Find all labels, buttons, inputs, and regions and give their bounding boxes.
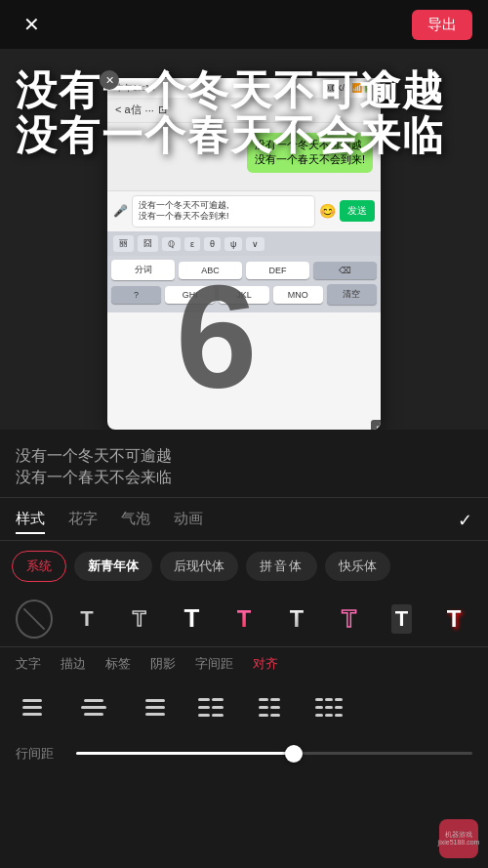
key-mno[interactable]: MNO — [273, 286, 323, 304]
svg-rect-3 — [84, 699, 103, 702]
keyboard-toolbar-item-6[interactable]: ψ — [224, 237, 242, 251]
align-left-close[interactable] — [16, 690, 55, 725]
voice-button[interactable]: 🎤 — [113, 204, 128, 218]
prop-tab-align[interactable]: 对齐 — [253, 655, 278, 673]
svg-rect-14 — [212, 714, 224, 717]
svg-rect-16 — [270, 698, 280, 701]
tab-qipao[interactable]: 气泡 — [121, 510, 150, 532]
svg-rect-13 — [198, 714, 210, 717]
spacing-slider-fill — [76, 752, 294, 755]
keyboard-toolbar: 丽 囧 ℚ ε θ ψ ∨ — [107, 231, 381, 256]
svg-rect-17 — [259, 706, 268, 709]
svg-rect-11 — [198, 706, 210, 709]
key-question[interactable]: ? — [111, 286, 161, 304]
align-lines-spaced-1[interactable] — [191, 690, 230, 725]
close-button[interactable]: ✕ — [16, 9, 47, 40]
key-backspace[interactable]: ⌫ — [313, 262, 377, 279]
svg-rect-29 — [335, 714, 343, 717]
svg-rect-28 — [325, 714, 333, 717]
tab-style[interactable]: 样式 — [16, 510, 45, 532]
style-gradient-pink[interactable]: T — [225, 599, 263, 639]
svg-rect-0 — [22, 699, 42, 702]
svg-rect-20 — [270, 714, 280, 717]
keyboard-toolbar-item-2[interactable]: 囧 — [138, 235, 158, 252]
font-btn-system[interactable]: 系统 — [12, 551, 66, 582]
style-outline[interactable]: T — [121, 599, 158, 639]
svg-rect-2 — [22, 713, 42, 716]
text-style-row: T T T T T T T T — [0, 592, 488, 646]
keyboard-toolbar-item-4[interactable]: ε — [184, 237, 200, 251]
svg-rect-21 — [315, 698, 323, 701]
prop-tab-text[interactable]: 文字 — [16, 655, 41, 673]
svg-rect-26 — [335, 706, 343, 709]
svg-rect-5 — [84, 713, 103, 716]
svg-rect-23 — [335, 698, 343, 701]
prop-tab-stroke[interactable]: 描边 — [61, 655, 86, 673]
font-btn-py[interactable]: 拼音体 — [246, 552, 317, 581]
style-outline-pink[interactable]: T — [331, 599, 368, 639]
align-lines-spaced-3[interactable] — [308, 690, 347, 725]
wechat-send-button[interactable]: 发送 — [340, 200, 375, 222]
watermark: 机器游戏 jixie5188.com — [439, 819, 478, 858]
align-right-close[interactable] — [133, 690, 172, 725]
svg-rect-7 — [145, 706, 165, 709]
resize-handle[interactable]: ⊡ — [371, 420, 381, 430]
svg-rect-25 — [325, 706, 333, 709]
bottom-panel: 没有一个冬天不可逾越 没有一个春天不会来临 样式 花字 气泡 动画 ✓ 系统 新… — [0, 430, 488, 868]
spacing-slider[interactable] — [76, 752, 472, 755]
keyboard-toolbar-item-1[interactable]: 丽 — [113, 235, 134, 252]
font-style-row: 系统 新青年体 后现代体 拼音体 快乐体 — [0, 541, 488, 592]
phone-area: ✕ 中午12:14 0.0K/s 📶🔋 < a信 ··· ⊡ 没有一个冬天不可逾… — [0, 49, 488, 430]
prop-tab-shadow[interactable]: 阴影 — [150, 655, 176, 673]
key-clear[interactable]: 清空 — [327, 284, 377, 305]
align-lines-spaced-2[interactable] — [250, 690, 289, 725]
svg-rect-12 — [212, 706, 224, 709]
svg-rect-22 — [325, 698, 333, 701]
tab-confirm[interactable]: ✓ — [458, 510, 472, 531]
large-text-display: 没有一个冬天不可逾越 没有一个春天不会来临 — [16, 68, 445, 158]
svg-rect-9 — [198, 698, 210, 701]
watermark-logo: 机器游戏 jixie5188.com — [439, 819, 478, 858]
svg-rect-8 — [145, 713, 165, 716]
svg-rect-18 — [270, 706, 280, 709]
style-none[interactable] — [16, 599, 53, 639]
alignment-row — [0, 681, 488, 735]
style-shadow[interactable]: T — [435, 599, 472, 639]
prop-tab-letter-spacing[interactable]: 字间距 — [195, 655, 233, 673]
svg-rect-15 — [259, 698, 268, 701]
tab-row: 样式 花字 气泡 动画 ✓ — [0, 498, 488, 541]
export-button[interactable]: 导出 — [412, 10, 472, 40]
keyboard-toolbar-item-arrow[interactable]: ∨ — [246, 237, 264, 251]
svg-rect-10 — [212, 698, 224, 701]
keyboard-toolbar-item-3[interactable]: ℚ — [162, 237, 181, 251]
tab-animation[interactable]: 动画 — [174, 510, 203, 532]
style-bold[interactable]: T — [173, 599, 210, 639]
tab-huazi[interactable]: 花字 — [68, 510, 98, 532]
prop-tab-tag[interactable]: 标签 — [105, 655, 131, 673]
preview-text-area: 没有一个冬天不可逾越 没有一个春天不会来临 — [0, 430, 488, 498]
font-btn-hxd[interactable]: 后现代体 — [160, 552, 238, 581]
property-tabs: 文字 描边 标签 阴影 字间距 对齐 — [0, 646, 488, 681]
font-btn-kl[interactable]: 快乐体 — [325, 552, 390, 581]
font-btn-xqn[interactable]: 新青年体 — [74, 552, 152, 581]
align-center-close[interactable] — [74, 690, 113, 725]
style-plain[interactable]: T — [68, 599, 105, 639]
svg-rect-6 — [145, 699, 165, 702]
large-number: 6 — [176, 264, 257, 410]
spacing-slider-thumb[interactable] — [285, 745, 303, 763]
style-bold-white[interactable]: T — [383, 599, 420, 639]
phone-close-button[interactable]: ✕ — [100, 70, 119, 90]
wechat-input-box[interactable]: 没有一个冬天不可逾越, 没有一个春天不会到来! — [132, 195, 315, 227]
wechat-input-row: 🎤 没有一个冬天不可逾越, 没有一个春天不会到来! 😊 发送 — [107, 191, 381, 231]
key-fenchi[interactable]: 分词 — [111, 260, 175, 280]
top-bar: ✕ 导出 — [0, 0, 488, 49]
style-gradient-white[interactable]: T — [278, 599, 315, 639]
svg-rect-27 — [315, 714, 323, 717]
emoji-button[interactable]: 😊 — [319, 203, 336, 219]
svg-rect-24 — [315, 706, 323, 709]
svg-rect-19 — [259, 714, 268, 717]
keyboard-toolbar-item-5[interactable]: θ — [204, 237, 221, 251]
line-spacing-row: 行间距 — [0, 735, 488, 772]
svg-rect-4 — [81, 706, 106, 709]
svg-rect-1 — [22, 706, 42, 709]
